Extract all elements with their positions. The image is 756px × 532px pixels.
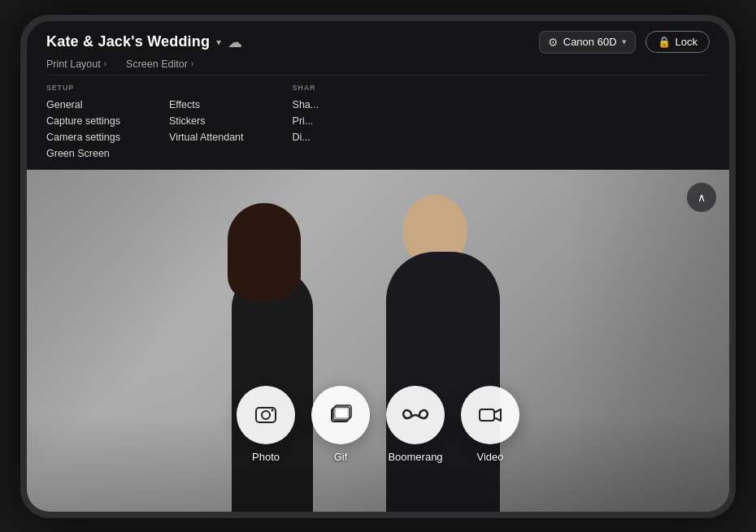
header: Kate & Jack's Wedding ▾ ☁ ⚙ Canon 60D ▾ … <box>27 21 729 170</box>
camera-chevron-icon: ▾ <box>622 37 627 47</box>
menu-item-display[interactable]: Di... <box>293 131 319 144</box>
capture-buttons: Photo Gif <box>237 386 519 463</box>
capture-btn-gif[interactable]: Gif <box>311 386 370 463</box>
menu-item-capture-settings[interactable]: Capture settings <box>46 115 120 128</box>
menu-item-print[interactable]: Pri... <box>293 115 319 128</box>
print-layout-label: Print Layout <box>46 58 101 70</box>
menu-item-green-screen[interactable]: Green Screen <box>46 147 120 160</box>
chevron-down-icon[interactable]: ▾ <box>216 37 221 48</box>
cloud-icon[interactable]: ☁ <box>228 33 242 51</box>
tablet-frame: Kate & Jack's Wedding ▾ ☁ ⚙ Canon 60D ▾ … <box>20 15 736 518</box>
setup-label: SETUP <box>46 84 120 92</box>
capture-btn-video[interactable]: Video <box>461 386 519 463</box>
gif-btn-circle[interactable] <box>311 386 370 444</box>
screen-editor-link[interactable]: Screen Editor › <box>126 58 193 70</box>
photo-icon <box>253 402 279 428</box>
gif-label: Gif <box>334 451 348 463</box>
nav-row: Print Layout › Screen Editor › <box>46 58 710 70</box>
lock-button[interactable]: 🔒 Lock <box>645 31 710 53</box>
title-area: Kate & Jack's Wedding ▾ ☁ <box>46 33 242 51</box>
share-menu-col: SHAR Sha... Pri... Di... <box>293 84 319 160</box>
lock-icon: 🔒 <box>658 36 671 48</box>
header-top: Kate & Jack's Wedding ▾ ☁ ⚙ Canon 60D ▾ … <box>46 31 710 54</box>
svg-rect-5 <box>333 407 350 420</box>
photo-label: Photo <box>252 451 280 463</box>
boomerang-btn-circle[interactable] <box>386 386 445 444</box>
video-icon <box>477 402 503 428</box>
boomerang-label: Boomerang <box>388 451 442 463</box>
video-btn-circle[interactable] <box>461 386 519 444</box>
screen-editor-label: Screen Editor <box>126 58 188 70</box>
camera-selector[interactable]: ⚙ Canon 60D ▾ <box>539 31 636 54</box>
event-title: Kate & Jack's Wedding <box>46 33 210 50</box>
screen-editor-chevron: › <box>191 59 193 68</box>
menu-item-general[interactable]: General <box>46 98 120 111</box>
share-label: SHAR <box>293 84 319 92</box>
print-layout-chevron: › <box>104 59 106 68</box>
svg-point-2 <box>272 409 274 411</box>
dropdown-menu: SETUP General Capture settings Camera se… <box>46 75 710 170</box>
right-controls: ⚙ Canon 60D ▾ 🔒 Lock <box>539 31 710 54</box>
svg-point-1 <box>262 411 270 419</box>
effects-col-label <box>169 84 244 92</box>
lock-label: Lock <box>676 36 697 48</box>
camera-name: Canon 60D <box>563 36 617 48</box>
menu-item-stickers[interactable]: Stickers <box>169 115 244 128</box>
svg-rect-6 <box>480 409 494 421</box>
effects-menu-col: Effects Stickers Virtual Attendant <box>169 84 244 160</box>
capture-btn-boomerang[interactable]: Boomerang <box>386 386 445 463</box>
setup-menu-col: SETUP General Capture settings Camera se… <box>46 84 120 160</box>
scroll-up-button[interactable]: ∧ <box>687 183 716 212</box>
video-label: Video <box>476 451 503 463</box>
main-content: ∧ Photo <box>27 170 729 512</box>
chevron-up-icon: ∧ <box>697 191 706 204</box>
menu-item-share[interactable]: Sha... <box>293 98 319 111</box>
menu-item-virtual-attendant[interactable]: Virtual Attendant <box>169 131 244 144</box>
camera-gear-icon: ⚙ <box>548 36 558 49</box>
boomerang-icon <box>401 405 430 425</box>
photo-btn-circle[interactable] <box>237 386 295 444</box>
menu-item-effects[interactable]: Effects <box>169 98 244 111</box>
capture-btn-photo[interactable]: Photo <box>237 386 295 463</box>
menu-item-camera-settings[interactable]: Camera settings <box>46 131 120 144</box>
gif-icon <box>328 402 354 428</box>
print-layout-link[interactable]: Print Layout › <box>46 58 106 70</box>
woman-hair <box>228 203 301 301</box>
